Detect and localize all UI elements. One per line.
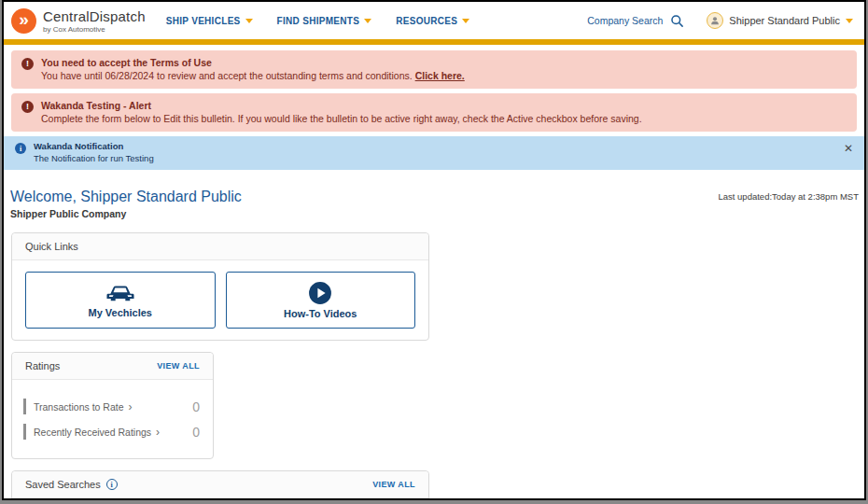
ratings-view-all-link[interactable]: VIEW ALL — [157, 361, 200, 371]
wakanda-notification-banner: i Wakanda Notification The Notification … — [4, 136, 864, 170]
chevron-right-icon: › — [156, 426, 160, 439]
recently-received-ratings-row[interactable]: Recently Received Ratings › 0 — [23, 424, 200, 440]
company-search[interactable]: Company Search — [587, 14, 684, 28]
company-search-label: Company Search — [587, 15, 663, 26]
main-nav: SHIP VEHICLES FIND SHIPMENTS RESOURCES — [166, 16, 470, 26]
avatar — [707, 12, 723, 29]
card-title: Ratings — [25, 360, 60, 371]
quick-links-card: Quick Links My Vechicles How-To Videos — [11, 232, 429, 341]
brand-name: CentralDispatch — [43, 8, 146, 24]
alert-body: You have until 06/28/2024 to review and … — [41, 70, 844, 81]
row-count: 0 — [192, 399, 200, 414]
button-label: My Vechicles — [89, 307, 153, 318]
alert-title: You need to accept the Terms of Use — [41, 57, 844, 68]
row-label: Transactions to Rate — [34, 401, 124, 413]
chevron-down-icon — [846, 19, 853, 23]
person-icon — [709, 15, 721, 26]
brand-tagline: by Cox Automotive — [43, 25, 146, 34]
car-icon — [105, 282, 136, 304]
user-menu[interactable]: Shipper Standard Public — [707, 12, 853, 29]
info-icon: i — [15, 143, 26, 154]
nav-resources[interactable]: RESOURCES — [396, 16, 469, 26]
card-title: Quick Links — [25, 241, 78, 252]
company-name: Shipper Public Company — [10, 208, 242, 219]
click-here-link[interactable]: Click here. — [415, 70, 465, 81]
play-icon — [308, 281, 332, 305]
card-title: Saved Searches — [25, 479, 101, 490]
nav-label: RESOURCES — [396, 16, 457, 26]
transactions-to-rate-row[interactable]: Transactions to Rate › 0 — [23, 399, 200, 414]
user-name: Shipper Standard Public — [729, 15, 840, 26]
chevron-right-icon: › — [129, 400, 133, 413]
alert-title: Wakanda Testing - Alert — [41, 100, 844, 111]
row-label: Recently Received Ratings — [34, 427, 151, 438]
saved-search-link[interactable]: Testing Saved Searched 001 — [12, 498, 428, 500]
central-dispatch-logo-icon: » — [11, 8, 36, 34]
chevron-down-icon — [364, 19, 371, 23]
notification-title: Wakanda Notification — [34, 141, 836, 151]
error-icon: ! — [21, 58, 34, 70]
top-navbar: » CentralDispatch by Cox Automotive SHIP… — [4, 2, 864, 39]
terms-of-use-alert: ! You need to accept the Terms of Use Yo… — [11, 50, 857, 89]
notification-body: The Notification for run Testing — [34, 153, 836, 163]
saved-searches-card: Saved Searches i VIEW ALL Testing Saved … — [11, 470, 429, 500]
alert-body: Complete the form below to Edit this bul… — [41, 113, 844, 124]
last-updated: Last updated:Today at 2:38pm MST — [718, 191, 859, 202]
error-icon: ! — [21, 101, 34, 113]
row-accent-bar — [23, 399, 26, 414]
chevron-down-icon — [462, 19, 469, 23]
alert-text: You have until 06/28/2024 to review and … — [41, 70, 415, 81]
ratings-card: Ratings VIEW ALL Transactions to Rate › … — [11, 352, 214, 459]
nav-label: SHIP VEHICLES — [166, 16, 241, 26]
search-icon[interactable] — [670, 14, 684, 28]
chevron-down-icon — [245, 19, 253, 23]
wakanda-testing-alert: ! Wakanda Testing - Alert Complete the f… — [11, 93, 857, 132]
how-to-videos-button[interactable]: How-To Videos — [226, 272, 416, 329]
row-accent-bar — [23, 424, 26, 440]
nav-find-shipments[interactable]: FIND SHIPMENTS — [277, 16, 372, 26]
row-count: 0 — [192, 425, 200, 440]
nav-label: FIND SHIPMENTS — [277, 16, 360, 26]
nav-ship-vehicles[interactable]: SHIP VEHICLES — [166, 16, 253, 26]
saved-searches-view-all-link[interactable]: VIEW ALL — [372, 480, 415, 489]
info-icon[interactable]: i — [106, 479, 118, 490]
close-icon[interactable]: ✕ — [844, 143, 853, 154]
button-label: How-To Videos — [284, 308, 357, 319]
page-title: Welcome, Shipper Standard Public — [10, 189, 242, 205]
app-window: » CentralDispatch by Cox Automotive SHIP… — [2, 0, 866, 500]
brand-logo[interactable]: » CentralDispatch by Cox Automotive — [11, 8, 146, 34]
my-vehicles-button[interactable]: My Vechicles — [25, 272, 216, 329]
